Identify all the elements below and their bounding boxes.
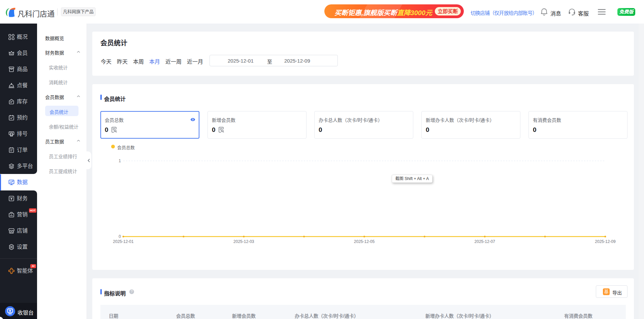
svg-text:2025-12-09: 2025-12-09 [595, 239, 616, 244]
svg-text:2025-12-07: 2025-12-07 [475, 239, 495, 244]
svg-text:1: 1 [119, 158, 121, 163]
svg-text:0: 0 [119, 234, 121, 239]
svg-text:2025-12-03: 2025-12-03 [233, 239, 254, 244]
svg-text:2025-12-05: 2025-12-05 [354, 239, 375, 244]
svg-text:2025-12-01: 2025-12-01 [113, 239, 134, 244]
